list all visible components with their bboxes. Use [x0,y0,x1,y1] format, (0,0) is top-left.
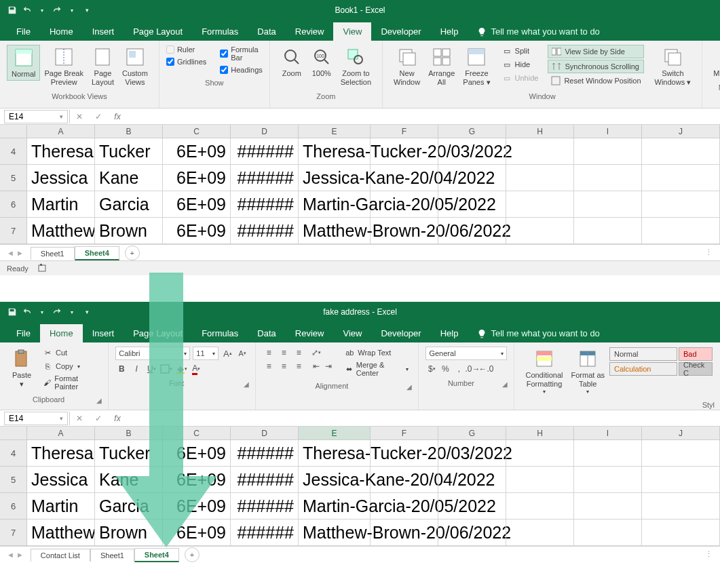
page-break-preview-button[interactable]: Page Break Preview [40,45,87,88]
cell[interactable]: Martin [27,191,95,218]
cell[interactable] [642,467,720,493]
tab-developer[interactable]: Developer [371,324,430,342]
italic-button[interactable]: I [130,363,143,375]
decrease-indent-button[interactable]: ⇤ [310,360,322,372]
format-painter-button[interactable]: 🖌Format Painter [39,374,101,391]
cell[interactable]: 6E+09 [163,493,231,520]
row-header[interactable]: 4 [0,138,27,165]
cell[interactable] [371,191,438,218]
select-all-corner[interactable] [0,125,27,138]
sheet-tab-sheet1[interactable]: Sheet1 [90,549,134,562]
formula-input[interactable] [127,110,720,123]
row-header[interactable]: 7 [0,520,27,546]
cell[interactable] [574,138,642,165]
cell[interactable]: 6E+09 [163,467,231,493]
cell[interactable]: 6E+09 [163,191,231,218]
cell[interactable] [438,138,506,165]
tab-home[interactable]: Home [40,22,83,41]
tab-home[interactable]: Home [40,324,83,342]
sheet-tab-sheet1[interactable]: Sheet1 [31,247,75,260]
cell[interactable] [371,440,438,467]
tab-help[interactable]: Help [431,22,468,41]
macros-button[interactable]: Macros\n▾ [709,45,720,79]
col-header-H[interactable]: H [506,427,574,440]
select-all-corner[interactable] [0,427,27,440]
hide-button[interactable]: ▭Hide [499,58,542,71]
tell-me-search[interactable]: Tell me what you want to do [468,324,609,342]
sheet-tab-contact-list[interactable]: Contact List [31,549,90,562]
col-header-I[interactable]: I [574,125,642,138]
cell[interactable] [438,440,506,467]
synchronous-scrolling-button[interactable]: Synchronous Scrolling [548,60,643,73]
style-bad[interactable]: Bad [679,347,713,361]
grid-bottom[interactable]: A B C D E F G H I J 4TheresaTucker6E+09#… [0,427,720,546]
cell[interactable]: Tucker [95,440,163,467]
cell[interactable]: Matthew [27,520,95,546]
cell[interactable] [506,467,574,493]
cell[interactable]: Theresa-Tucker-20/03/2022 [299,440,371,467]
cell[interactable]: Matthew-Brown-20/06/2022 [299,218,371,244]
cancel-formula-button[interactable]: ✕ [70,110,89,123]
cell[interactable] [506,440,574,467]
cell[interactable] [642,520,720,546]
row-header[interactable]: 5 [0,467,27,493]
add-sheet-button[interactable]: + [125,246,140,260]
new-window-button[interactable]: New Window [390,45,424,88]
cell[interactable]: ###### [231,138,299,165]
cell[interactable] [642,440,720,467]
borders-button[interactable]: ▾ [160,363,172,375]
undo-icon[interactable] [22,307,33,317]
col-header-F[interactable]: F [371,427,438,440]
add-sheet-button[interactable]: + [185,547,200,562]
fx-icon[interactable]: fx [108,412,127,425]
macro-record-icon[interactable] [38,263,48,274]
sheet-nav[interactable]: ◄ ► [0,551,31,559]
tab-formulas[interactable]: Formulas [192,324,248,342]
cell[interactable] [506,520,574,546]
cell[interactable]: Tucker [95,138,163,165]
cell[interactable]: Brown [95,218,163,244]
reset-window-position-button[interactable]: Reset Window Position [548,75,643,87]
font-size-combo[interactable]: 11▾ [193,347,219,360]
align-left-button[interactable]: ≡ [263,360,275,372]
zoom-100-button[interactable]: 100100% [307,45,337,79]
cell[interactable]: Jessica [27,165,95,191]
cell[interactable]: Garcia [95,191,163,218]
name-box[interactable]: E14▾ [4,110,68,123]
tab-review[interactable]: Review [286,324,334,342]
style-normal[interactable]: Normal [609,347,677,361]
style-calculation[interactable]: Calculation [609,362,677,376]
tab-file[interactable]: File [7,22,40,41]
tab-developer[interactable]: Developer [371,22,430,41]
cell[interactable]: 6E+09 [163,165,231,191]
sheet-tab-sheet4[interactable]: Sheet4 [134,548,179,562]
undo-icon[interactable] [22,5,33,16]
row-header[interactable]: 7 [0,218,27,244]
cell[interactable] [371,218,438,244]
accept-formula-button[interactable]: ✓ [89,412,108,425]
chevron-down-icon[interactable]: ▾ [37,5,48,16]
cell[interactable]: ###### [231,520,299,546]
cell[interactable]: Kane [95,467,163,493]
save-icon[interactable] [7,5,18,16]
conditional-formatting-button[interactable]: Conditional Formatting▾ [521,347,567,397]
col-header-E[interactable]: E [299,427,371,440]
cell[interactable]: ###### [231,493,299,520]
paste-button[interactable]: Paste▾ [7,347,37,390]
cell[interactable]: ###### [231,165,299,191]
tab-data[interactable]: Data [248,22,285,41]
cell[interactable] [438,191,506,218]
cell[interactable]: Theresa [27,440,95,467]
cell[interactable]: Kane [95,165,163,191]
orientation-button[interactable]: ⤢▾ [310,347,322,359]
cell[interactable] [371,493,438,520]
font-family-combo[interactable]: Calibri▾ [115,347,190,360]
cell[interactable] [506,165,574,191]
cell[interactable] [642,493,720,520]
ruler-checkbox[interactable]: Ruler [166,45,206,54]
tab-view[interactable]: View [333,22,371,41]
row-header[interactable]: 6 [0,493,27,520]
cell[interactable] [642,138,720,165]
dialog-launcher-icon[interactable]: ◢ [404,382,414,391]
cell[interactable] [642,218,720,244]
